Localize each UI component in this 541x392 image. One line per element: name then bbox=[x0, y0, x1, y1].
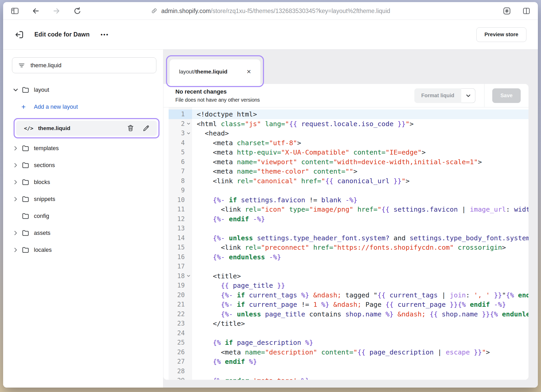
line-number-4: 4 bbox=[169, 138, 192, 148]
folder-icon bbox=[21, 161, 30, 169]
browser-window: admin.shopify.com/store/rzq1xu-f5/themes… bbox=[3, 2, 538, 388]
line-number-3: 3 bbox=[169, 128, 192, 138]
more-actions-button[interactable]: ••• bbox=[100, 30, 110, 40]
code-line-20[interactable]: {%- if current_tags %} &ndash; tagged "{… bbox=[192, 290, 528, 300]
page-title: Edit code for Dawn bbox=[34, 31, 90, 38]
line-number-27: 27 bbox=[169, 357, 192, 366]
url-path: /store/rzq1xu-f5/themes/132683530345?key… bbox=[211, 7, 390, 14]
format-dropdown-button[interactable] bbox=[461, 88, 475, 103]
sidebar-item-assets[interactable]: assets bbox=[3, 227, 163, 239]
sidebar-item-locales[interactable]: locales bbox=[3, 244, 163, 256]
reload-icon[interactable] bbox=[73, 7, 82, 15]
code-line-18[interactable]: <title> bbox=[192, 271, 528, 281]
code-line-17[interactable] bbox=[192, 262, 528, 271]
sidebar-item-layout[interactable]: layout bbox=[3, 84, 163, 96]
preview-store-button[interactable]: Preview store bbox=[476, 27, 526, 42]
code-line-6[interactable]: <meta name="viewport" content="width=dev… bbox=[192, 157, 528, 167]
chevron-right-icon bbox=[13, 230, 19, 236]
save-button[interactable]: Save bbox=[492, 88, 521, 103]
code-line-13[interactable] bbox=[192, 224, 528, 233]
line-number-11: 11 bbox=[169, 205, 192, 214]
file-sidebar: layout+Add a new layout </> theme.liquid… bbox=[3, 50, 163, 388]
code-line-3[interactable]: <head> bbox=[192, 128, 528, 138]
sidebar-item-templates[interactable]: templates bbox=[3, 143, 163, 154]
code-line-26[interactable]: <meta name="description" content="{{ pag… bbox=[192, 347, 528, 357]
code-line-27[interactable]: {% endif %} bbox=[192, 357, 528, 366]
code-line-5[interactable]: <meta http-equiv="X-UA-Compatible" conte… bbox=[192, 148, 528, 157]
line-number-20: 20 bbox=[169, 290, 192, 300]
fold-chevron-icon[interactable] bbox=[186, 121, 191, 126]
line-number-12: 12 bbox=[169, 214, 192, 224]
folder-icon bbox=[21, 86, 30, 94]
code-line-1[interactable]: <!doctype html> bbox=[192, 109, 528, 119]
code-line-11[interactable]: <link rel="icon" type="image/png" href="… bbox=[192, 205, 528, 214]
code-line-2[interactable]: <html class="js" lang="{{ request.locale… bbox=[192, 119, 528, 129]
line-number-24: 24 bbox=[169, 328, 192, 338]
line-number-15: 15 bbox=[169, 243, 192, 252]
sidebar-toggle-icon[interactable] bbox=[10, 7, 19, 15]
chevron-right-icon bbox=[13, 145, 19, 151]
status-subtitle: File does not have any other versions bbox=[175, 97, 414, 103]
sidebar-item-theme-liquid[interactable]: </> theme.liquid bbox=[16, 121, 157, 136]
code-line-8[interactable]: <link rel="canonical" href="{{ canonical… bbox=[192, 176, 528, 186]
fold-chevron-icon[interactable] bbox=[186, 274, 191, 278]
line-number-14: 14 bbox=[169, 233, 192, 243]
split-view-icon[interactable] bbox=[522, 7, 531, 15]
app-header: Edit code for Dawn ••• Preview store bbox=[3, 20, 538, 50]
code-editor[interactable]: 1234567891011121314151617181920212223242… bbox=[163, 107, 528, 380]
line-number-1: 1 bbox=[169, 109, 192, 119]
code-line-10[interactable]: {%- if settings.favicon != blank -%} bbox=[192, 195, 528, 205]
code-line-12[interactable]: {%- endif -%} bbox=[192, 214, 528, 224]
line-number-21: 21 bbox=[169, 300, 192, 309]
code-lines[interactable]: <!doctype html><html class="js" lang="{{… bbox=[192, 107, 528, 380]
line-number-13: 13 bbox=[169, 224, 192, 233]
line-number-26: 26 bbox=[169, 347, 192, 357]
sidebar-item-snippets[interactable]: snippets bbox=[3, 193, 163, 205]
line-number-17: 17 bbox=[169, 262, 192, 271]
folder-icon bbox=[21, 195, 30, 203]
tab-theme-liquid[interactable]: layout/theme.liquid × bbox=[170, 59, 260, 84]
file-search-box[interactable] bbox=[12, 57, 156, 73]
code-line-14[interactable]: {%- unless settings.type_header_font.sys… bbox=[192, 233, 528, 243]
code-line-23[interactable]: </title> bbox=[192, 319, 528, 328]
line-number-2: 2 bbox=[169, 119, 192, 129]
code-line-9[interactable] bbox=[192, 186, 528, 195]
rename-file-button[interactable] bbox=[142, 124, 150, 132]
sidebar-item-blocks[interactable]: blocks bbox=[3, 176, 163, 188]
close-icon[interactable]: × bbox=[247, 68, 251, 75]
format-liquid-button[interactable]: Format liquid bbox=[414, 88, 462, 103]
url-bar[interactable]: admin.shopify.com/store/rzq1xu-f5/themes… bbox=[151, 7, 390, 14]
code-line-24[interactable] bbox=[192, 328, 528, 338]
code-line-19[interactable]: {{ page_title }} bbox=[192, 281, 528, 290]
code-line-7[interactable]: <meta name="theme-color" content=""> bbox=[192, 167, 528, 176]
line-number-8: 8 bbox=[169, 176, 192, 186]
filter-icon bbox=[18, 62, 25, 69]
code-line-21[interactable]: {%- if current_page != 1 %} &ndash; Page… bbox=[192, 300, 528, 309]
chevron-right-icon bbox=[13, 179, 19, 185]
sidebar-item-sections[interactable]: sections bbox=[3, 160, 163, 171]
code-line-28[interactable] bbox=[192, 366, 528, 376]
add-layout-button[interactable]: +Add a new layout bbox=[3, 101, 163, 113]
folder-icon bbox=[21, 178, 30, 186]
browser-toolbar: admin.shopify.com/store/rzq1xu-f5/themes… bbox=[3, 2, 538, 20]
forward-icon[interactable] bbox=[52, 7, 61, 15]
search-input[interactable] bbox=[30, 62, 150, 69]
line-number-5: 5 bbox=[169, 148, 192, 157]
back-icon[interactable] bbox=[31, 7, 40, 15]
tab-label: layout/theme.liquid bbox=[179, 69, 228, 75]
tab-strip: layout/theme.liquid × bbox=[163, 50, 538, 84]
folder-icon bbox=[21, 246, 30, 254]
code-line-22[interactable]: {%- unless page_title contains shop.name… bbox=[192, 309, 528, 319]
code-line-15[interactable]: <link rel="preconnect" href="https://fon… bbox=[192, 243, 528, 252]
delete-file-button[interactable] bbox=[127, 124, 134, 132]
page-settings-icon[interactable] bbox=[502, 7, 511, 15]
status-title: No recent changes bbox=[175, 88, 414, 95]
sidebar-item-config[interactable]: config bbox=[3, 210, 163, 222]
fold-chevron-icon[interactable] bbox=[186, 131, 191, 136]
exit-editor-icon[interactable] bbox=[15, 30, 24, 40]
line-number-22: 22 bbox=[169, 309, 192, 319]
code-line-25[interactable]: {% if page_description %} bbox=[192, 338, 528, 347]
code-line-4[interactable]: <meta charset="utf-8"> bbox=[192, 138, 528, 148]
code-line-29[interactable]: {% render 'meta-tags' %} bbox=[192, 376, 528, 380]
code-line-16[interactable]: {%- endunless -%} bbox=[192, 252, 528, 262]
